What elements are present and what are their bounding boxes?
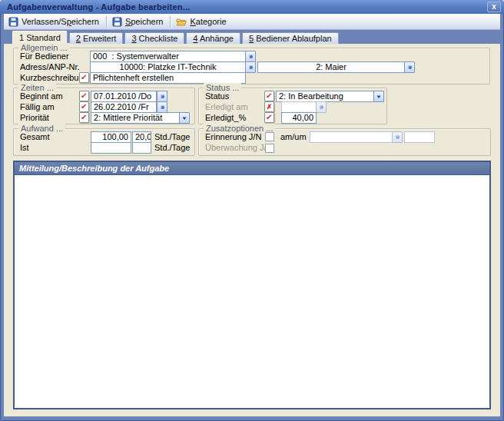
ist-stunden-field[interactable]: [91, 142, 131, 154]
ist-unit-label: Std./Tage: [154, 143, 190, 153]
beginnt-am-field[interactable]: 07.01.2010 /Do: [91, 91, 157, 102]
faellig-am-field[interactable]: 26.02.2010 /Fr: [91, 101, 157, 113]
group-zusatzoptionen: Zusatzoptionen ... Erinnerung J/N am/um …: [198, 128, 491, 156]
mitteilung-textarea[interactable]: [15, 176, 489, 408]
prioritaet-edit-button[interactable]: ✓: [79, 112, 89, 123]
erinnerung-checkbox[interactable]: [265, 132, 274, 141]
prioritaet-label: Priorität: [20, 113, 49, 123]
group-zeiten: Zeiten ... Beginnt am ✓ 07.01.2010 /Do F…: [13, 88, 195, 124]
status-edit-button[interactable]: ✓: [264, 91, 274, 101]
faellig-am-picker-button[interactable]: [157, 101, 167, 113]
tab-bediener-ablaufplan[interactable]: 5 Bediener Ablaufplan: [242, 32, 339, 44]
mitteilung-box: Mitteilung/Beschreibung der Aufgabe: [13, 161, 491, 409]
window-body: Verlassen/Speichern Speichern: [4, 14, 500, 416]
erledigt-am-picker-button[interactable]: [316, 101, 327, 113]
group-status: Status ... Status ✓ 2: In Bearbeitung ▼ …: [198, 88, 387, 124]
check-icon: ✓: [266, 114, 273, 122]
gesamt-stunden-field[interactable]: 100,00: [91, 131, 131, 143]
erinnerung-zeit-field[interactable]: [404, 131, 435, 143]
check-icon: ✓: [81, 103, 88, 111]
erinnerung-datum-field[interactable]: [310, 131, 393, 143]
tab-panel-standard: Allgemein ... Für Bediener 000 : Systemv…: [4, 44, 500, 416]
save-button[interactable]: Speichern: [110, 16, 167, 28]
tab-bediener-ablaufplan-label: 5 Bediener Ablaufplan: [249, 34, 332, 43]
ueberwachung-checkbox[interactable]: [265, 144, 274, 153]
lookup-dot-icon: [408, 65, 412, 69]
adress-anp-lookup-button[interactable]: [245, 61, 256, 73]
mitteilung-header: Mitteilung/Beschreibung der Aufgabe: [15, 162, 489, 175]
kurzbeschreibung-field[interactable]: Pflichtenheft erstellen: [90, 72, 246, 84]
save-and-exit-label: Verlassen/Speichern: [22, 17, 99, 26]
category-button[interactable]: Kategorie: [174, 16, 230, 28]
close-button[interactable]: x: [487, 2, 501, 12]
chevron-down-icon: ▼: [376, 94, 382, 99]
tab-anhaenge[interactable]: 4 Anhänge: [186, 32, 240, 44]
prioritaet-dropdown-button[interactable]: ▼: [179, 112, 190, 124]
folder-open-icon: [176, 17, 187, 27]
toolbar-separator: [106, 16, 107, 28]
gesamt-tage-field[interactable]: 20,0: [132, 131, 151, 143]
fuer-bediener-lookup-button[interactable]: [245, 51, 256, 62]
group-aufwand: Aufwand ... Gesamt 100,00 20,0 Std./Tage…: [13, 128, 195, 156]
tab-erweitert-label: 2 Erweitert: [76, 34, 117, 43]
tab-standard[interactable]: 1 Standard: [12, 31, 68, 44]
check-icon: ✓: [81, 74, 88, 82]
status-label: Status: [205, 91, 229, 101]
kurzbeschreibung-edit-button[interactable]: ✓: [79, 72, 89, 83]
faellig-am-label: Fällig am: [20, 102, 55, 112]
kurzbeschreibung-label: Kurzbeschreibung: [20, 73, 88, 83]
erledigt-am-clear-button[interactable]: ✗: [264, 101, 274, 112]
erledigt-prozent-edit-button[interactable]: ✓: [264, 112, 274, 123]
app-window: Aufgabenverwaltung - Aufgabe bearbeiten.…: [0, 0, 504, 421]
fuer-bediener-field[interactable]: 000 : Systemverwalter: [90, 51, 246, 62]
beginnt-am-picker-button[interactable]: [157, 91, 167, 102]
lookup-dot-icon: [396, 135, 400, 139]
category-label: Kategorie: [190, 17, 226, 26]
tab-strip: 1 Standard 2 Erweitert 3 Checkliste 4 An…: [4, 30, 500, 44]
group-allgemein: Allgemein ... Für Bediener 000 : Systemv…: [13, 48, 490, 85]
erledigt-prozent-field[interactable]: 40,00: [281, 112, 317, 124]
tab-standard-label: 1 Standard: [19, 33, 61, 42]
check-icon: ✓: [266, 92, 273, 101]
save-icon: [8, 17, 18, 27]
erledigt-am-field[interactable]: [281, 101, 317, 113]
ueberwachung-label: Überwachung J/N: [205, 143, 272, 153]
toolbar-separator: [170, 16, 171, 28]
beginnt-am-edit-button[interactable]: ✓: [79, 91, 89, 101]
tab-anhaenge-label: 4 Anhänge: [193, 34, 234, 43]
erledigt-am-label: Erledigt am: [205, 102, 248, 112]
window-title: Aufgabenverwaltung - Aufgabe bearbeiten.…: [7, 2, 190, 12]
title-bar: Aufgabenverwaltung - Aufgabe bearbeiten.…: [0, 0, 504, 14]
lookup-dot-icon: [161, 94, 164, 98]
lookup-dot-icon: [249, 55, 253, 58]
lookup-dot-icon: [249, 65, 253, 69]
erinnerung-datum-picker-button[interactable]: [392, 131, 403, 143]
ist-tage-field[interactable]: [132, 142, 151, 154]
gesamt-unit-label: Std./Tage: [154, 132, 190, 142]
bediener2-lookup-button[interactable]: [404, 61, 415, 73]
adress-anp-label: Adress/ANP-Nr.: [20, 62, 80, 72]
save-and-exit-button[interactable]: Verlassen/Speichern: [6, 16, 103, 28]
lookup-dot-icon: [320, 105, 323, 109]
bediener2-field[interactable]: 2: Maier: [257, 61, 405, 73]
toolbar: Verlassen/Speichern Speichern: [4, 14, 500, 30]
adress-anp-field[interactable]: 10000: Platzke IT-Technik: [90, 61, 246, 73]
x-icon: ✗: [267, 104, 273, 111]
save-label: Speichern: [125, 17, 164, 26]
fuer-bediener-label: Für Bediener: [20, 51, 69, 61]
save-icon: [112, 17, 122, 27]
tab-erweitert[interactable]: 2 Erweitert: [69, 32, 124, 44]
erinnerung-label: Erinnerung J/N: [205, 132, 261, 142]
check-icon: ✓: [81, 92, 88, 101]
ist-label: Ist: [20, 143, 29, 153]
faellig-am-edit-button[interactable]: ✓: [79, 101, 89, 112]
tab-checkliste[interactable]: 3 Checkliste: [124, 32, 184, 44]
gesamt-label: Gesamt: [20, 132, 50, 142]
tab-checkliste-label: 3 Checkliste: [131, 34, 177, 43]
lookup-dot-icon: [161, 105, 164, 109]
status-combobox[interactable]: 2: In Bearbeitung: [276, 91, 374, 102]
am-um-label: am/um: [280, 132, 307, 142]
beginnt-am-label: Beginnt am: [20, 91, 63, 101]
status-dropdown-button[interactable]: ▼: [373, 91, 384, 102]
prioritaet-combobox[interactable]: 2: Mittlere Priorität: [91, 112, 180, 124]
